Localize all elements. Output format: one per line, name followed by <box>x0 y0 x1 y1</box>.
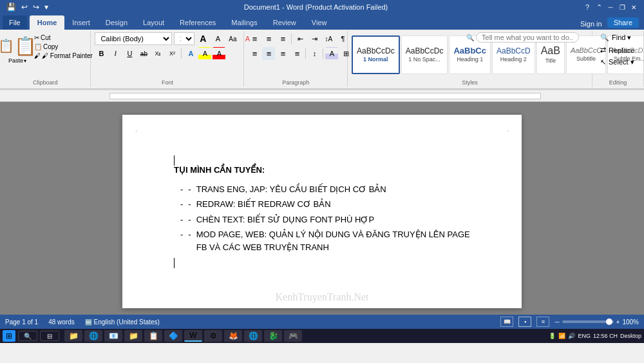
bold-button[interactable]: B <box>95 47 108 60</box>
clock[interactable]: 12:56 CH <box>593 333 618 339</box>
language-indicator[interactable]: 🔤 English (United States) <box>85 319 160 326</box>
tab-review[interactable]: Review <box>265 15 304 30</box>
sign-in-button[interactable]: Sign in <box>580 20 602 28</box>
bullet-text: MOD PAGE, WEB: QUẢN LÝ NỘI DUNG VÀ ĐĂNG … <box>196 228 470 253</box>
taskbar-app-1[interactable]: 🌐 <box>84 330 102 342</box>
zoom-out-button[interactable]: ─ <box>554 319 559 326</box>
line-spacing-button[interactable]: ↕ <box>308 47 321 60</box>
find-label: Find ▾ <box>612 34 631 42</box>
tab-view[interactable]: View <box>304 15 335 30</box>
shrink-font-button[interactable]: A <box>211 32 224 45</box>
tab-home[interactable]: Home <box>30 15 65 30</box>
align-center-button[interactable]: ≡ <box>262 47 275 60</box>
style-no-spacing[interactable]: AaBbCcDc 1 No Spac... <box>401 35 448 74</box>
align-left-button[interactable]: ≡ <box>248 47 261 60</box>
taskbar-app-8[interactable]: 🦊 <box>224 330 242 342</box>
align-right-button[interactable]: ≡ <box>276 47 289 60</box>
taskbar-app-2[interactable]: 📧 <box>104 330 122 342</box>
editing-group-label: Editing <box>592 79 643 86</box>
help-icon[interactable]: ? <box>582 2 592 12</box>
multilevel-button[interactable]: ≡ <box>276 32 289 45</box>
style-normal[interactable]: AaBbCcDc 1 Normal <box>352 35 400 74</box>
increase-indent-button[interactable]: ⇥ <box>308 32 321 45</box>
tab-layout[interactable]: Layout <box>135 15 172 30</box>
taskbar-app-0[interactable]: 📁 <box>64 330 82 342</box>
decrease-indent-button[interactable]: ⇤ <box>294 32 307 45</box>
customize-icon[interactable]: ▾ <box>43 3 50 12</box>
justify-button[interactable]: ≡ <box>290 47 303 60</box>
desktop-button[interactable]: Desktop <box>620 333 641 339</box>
undo-icon[interactable]: ↩ <box>20 3 29 12</box>
cursor-position <box>174 153 470 164</box>
tell-me-input[interactable] <box>476 32 579 43</box>
font-name-selector[interactable]: Calibri (Body) <box>95 32 172 45</box>
view-read-button[interactable]: 📖 <box>500 317 513 327</box>
start-button[interactable]: ⊞ <box>3 330 15 342</box>
italic-button[interactable]: I <box>109 47 122 60</box>
numbering-button[interactable]: ≡ <box>262 32 275 45</box>
document-page[interactable]: . . TỤI MÌNH CẦN TUYỂN: -TRANS ENG, JAP:… <box>122 115 522 308</box>
save-icon[interactable]: 💾 <box>5 3 17 12</box>
font-size-selector[interactable]: 11 <box>174 32 194 45</box>
taskbar-app-6[interactable]: W <box>184 330 202 342</box>
font-color-button[interactable]: A <box>213 47 225 60</box>
restore-button[interactable]: ❐ <box>617 2 627 12</box>
ribbon-collapse-icon[interactable]: ⌃ <box>594 2 604 12</box>
tab-file[interactable]: File <box>3 15 27 30</box>
select-label: Select ▾ <box>609 58 634 66</box>
minimize-button[interactable]: ─ <box>605 2 616 12</box>
task-view-button[interactable]: ⊟ <box>40 331 59 341</box>
cut-button[interactable]: ✂ Cut <box>32 34 95 42</box>
strikethrough-button[interactable]: ab <box>137 47 150 60</box>
paste-icon: 📋 <box>7 34 28 57</box>
redo-icon[interactable]: ↪ <box>32 3 41 12</box>
taskbar-app-4[interactable]: 📋 <box>144 330 162 342</box>
change-case-button[interactable]: Aa <box>226 32 239 45</box>
ribbon-tabs: File Home Insert Design Layout Reference… <box>0 14 644 30</box>
zoom-in-button[interactable]: + <box>616 319 620 326</box>
zoom-percent[interactable]: 100% <box>622 319 639 326</box>
document-title[interactable]: TỤI MÌNH CẦN TUYỂN: <box>174 164 470 177</box>
replace-button[interactable]: ⇄ Replace <box>596 44 638 55</box>
zoom-slider[interactable] <box>562 320 614 323</box>
taskbar-app-10[interactable]: 🐉 <box>264 330 282 342</box>
tab-mailings[interactable]: Mailings <box>223 15 265 30</box>
tab-insert[interactable]: Insert <box>64 15 98 30</box>
editing-content: 🔍 Find ▾ ⇄ Replace ↖ Select ▾ <box>596 32 638 86</box>
bullets-button[interactable]: ≡ <box>248 32 261 45</box>
taskbar-app-11[interactable]: 🎮 <box>284 330 302 342</box>
heading2-label: Heading 2 <box>500 56 527 63</box>
find-button[interactable]: 🔍 Find ▾ <box>596 32 635 43</box>
sort-button[interactable]: ↕A <box>322 32 335 45</box>
share-button[interactable]: Share <box>607 17 639 28</box>
paste-button[interactable]: 📋 Paste ▾ <box>4 32 31 66</box>
superscript-button[interactable]: X² <box>166 47 178 60</box>
underline-button[interactable]: U <box>123 47 136 60</box>
search-button[interactable]: 🔍 <box>18 331 37 341</box>
select-button[interactable]: ↖ Select ▾ <box>596 57 638 68</box>
subscript-button[interactable]: X₂ <box>151 47 164 60</box>
taskbar-app-7[interactable]: ⚙ <box>204 330 222 342</box>
tab-design[interactable]: Design <box>98 15 135 30</box>
shading-button[interactable]: A <box>325 47 338 60</box>
format-painter-button[interactable]: 🖌 🖌 Format Painter <box>32 52 95 60</box>
view-print-button[interactable]: ▪ <box>518 317 531 327</box>
text-effects-button[interactable]: A <box>184 47 197 60</box>
paste-dropdown-icon[interactable]: ▾ <box>24 58 26 64</box>
text-highlight-button[interactable]: A <box>198 47 211 60</box>
close-button[interactable]: ✕ <box>629 2 639 12</box>
language-label: English (United States) <box>94 319 160 326</box>
view-web-button[interactable]: ≡ <box>536 317 549 327</box>
bullet-item-0: -TRANS ENG, JAP: YÊU CẦU BIẾT DỊCH CƠ BẢ… <box>180 183 470 196</box>
no-spacing-label: 1 No Spac... <box>408 56 440 63</box>
paragraph-group-label: Paragraph <box>244 79 347 86</box>
taskbar-app-9[interactable]: 🌐 <box>244 330 262 342</box>
main-area: . . TỤI MÌNH CẦN TUYỂN: -TRANS ENG, JAP:… <box>0 102 644 315</box>
taskbar-app-5[interactable]: 🔷 <box>164 330 182 342</box>
no-spacing-preview: AaBbCcDc <box>406 47 444 55</box>
tab-references[interactable]: References <box>172 15 223 30</box>
taskbar-app-3[interactable]: 📁 <box>124 330 142 342</box>
language-tray[interactable]: ENG <box>578 333 591 339</box>
grow-font-button[interactable]: A <box>196 32 209 45</box>
copy-button[interactable]: 📋 Copy <box>32 43 95 51</box>
